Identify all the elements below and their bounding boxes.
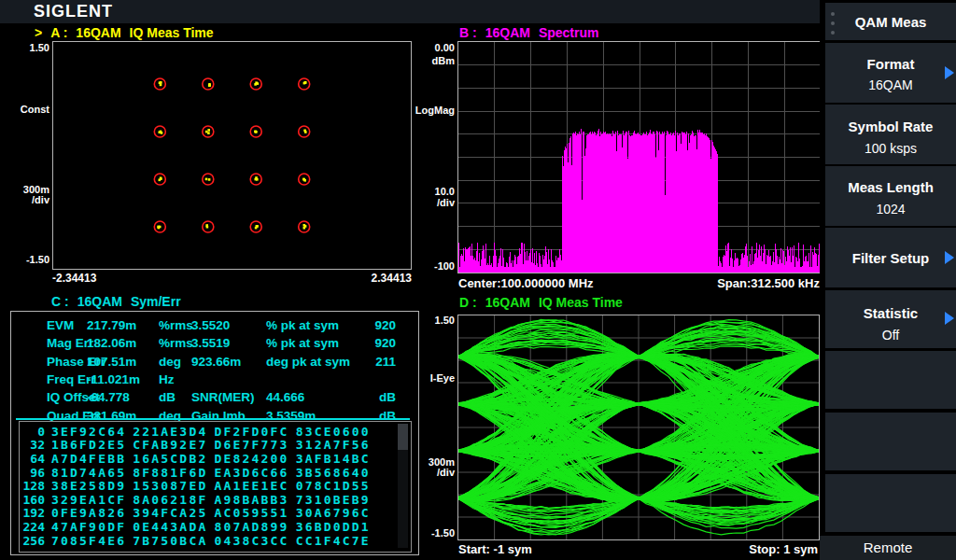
softkey-empty-1 <box>825 351 956 409</box>
softkey-symbol-rate[interactable]: Symbol Rate 100 ksps <box>825 105 956 164</box>
symbol-index: 32 <box>20 438 45 452</box>
window-a-header[interactable]: > A : 16QAM IQ Meas Time <box>35 25 214 40</box>
symbol-group: 30A6796C <box>296 506 371 520</box>
window-d-id: D : <box>459 295 477 310</box>
symbol-row: 03EF92C64221AE3D4DF2FD0FC83CE0600 <box>20 425 411 439</box>
symbol-group: AC059551 <box>214 506 288 520</box>
sym-err-panel: EVM217.79m%rms3.5520% pk at sym920Mag Er… <box>10 311 419 555</box>
measurement-cell: 3.5520 <box>191 317 230 333</box>
measurement-cell: deg <box>159 354 181 370</box>
eye-diagram-plot <box>457 315 820 540</box>
softkey-format[interactable]: Format 16QAM <box>825 43 956 103</box>
b-ref-level-label: 0.00 <box>404 43 455 53</box>
symbol-group: 078C1D55 <box>296 479 371 493</box>
softkey-meas-length[interactable]: Meas Length 1024 <box>825 166 956 226</box>
softkey-empty-2 <box>825 413 956 470</box>
measurement-cell: -64.778 <box>87 389 130 405</box>
constellation-plot <box>52 41 412 270</box>
symbol-group: 807AD899 <box>214 520 288 534</box>
window-a-title: IQ Meas Time <box>130 25 214 40</box>
submenu-arrow-icon <box>945 251 954 264</box>
a-y-min-label: -1.50 <box>0 255 49 265</box>
d-y-axis-label: I-Eye <box>404 373 455 384</box>
symbol-group: 16A5CDB2 <box>133 452 207 466</box>
softkey-statistic[interactable]: Statistic Off <box>825 290 956 348</box>
symbol-index: 160 <box>20 493 45 507</box>
analyzer-screen: SIGLENT > A : 16QAM IQ Meas Time 1.50 Co… <box>0 0 956 560</box>
table-divider <box>16 418 410 420</box>
symbol-group: 3AFB14BC <box>296 452 371 466</box>
symbol-group: 329EA1CF <box>51 493 126 507</box>
symbol-group: 7B750BCA <box>133 534 207 548</box>
softkey-menu-title[interactable]: QAM Meas <box>825 3 956 40</box>
symbol-group: DF2FD0FC <box>214 425 288 439</box>
d-y-div-unit: /div <box>404 468 455 478</box>
window-c-title: Sym/Err <box>131 294 181 309</box>
softkey-filter-setup[interactable]: Filter Setup <box>825 228 956 287</box>
window-c-header[interactable]: C : 16QAM Sym/Err <box>51 294 181 309</box>
b-span-label: Span:312.500 kHz <box>616 277 820 289</box>
symbol-group: A7D4FEBB <box>51 452 126 466</box>
remote-status: Remote <box>820 536 956 560</box>
symbol-group: 3EF92C64 <box>51 425 126 439</box>
symbol-group: 0438C3CC <box>214 534 288 548</box>
measurement-cell: 211 <box>329 354 396 370</box>
symbol-group: 7085F4E6 <box>51 534 126 548</box>
symbol-group: 0E443ADA <box>133 520 207 534</box>
b-scale-type-label: LogMag <box>404 105 455 116</box>
symbol-rows: 03EF92C64221AE3D4DF2FD0FC83CE0600321B6FD… <box>20 425 411 547</box>
symbol-index: 256 <box>20 534 45 548</box>
symbol-group: CFAB92E7 <box>133 438 207 452</box>
symbol-group: D6E7F773 <box>214 438 288 452</box>
measurement-cell: 44.666 <box>266 389 304 405</box>
symbol-group: 153087ED <box>133 479 207 493</box>
window-d-format: 16QAM <box>485 295 530 310</box>
symbol-row: 12838E258D9153087EDAA1EE1EC078C1D55 <box>20 479 411 493</box>
measurement-row: EVM217.79m%rms3.5520% pk at sym920 <box>11 317 418 335</box>
symbol-group: 1B6FD2E5 <box>51 438 126 452</box>
symbol-index: 96 <box>20 466 45 480</box>
active-window-marker: > <box>35 25 42 40</box>
measurement-cell: 3.5519 <box>191 335 230 351</box>
measurement-table: EVM217.79m%rms3.5520% pk at sym920Mag Er… <box>11 312 418 418</box>
symbol-group: 38E258D9 <box>51 479 126 493</box>
symbol-index: 192 <box>20 506 45 520</box>
measurement-cell: 920 <box>329 317 396 333</box>
measurement-cell: Hz <box>159 371 175 387</box>
d-y-min-label: -1.50 <box>404 528 455 539</box>
measurement-row: Mag Err182.06m%rms3.5519% pk at sym920 <box>11 335 418 353</box>
symbol-group: 83CE0600 <box>296 425 371 439</box>
measurement-cell: EVM <box>47 317 74 333</box>
a-y-axis-label: Const <box>0 105 49 115</box>
b-center-freq-label: Center:100.000000 MHz <box>458 277 594 289</box>
measurement-cell: %rms <box>159 335 193 351</box>
scrollbar-thumb[interactable] <box>398 424 408 450</box>
symbol-row: 2567085F4E67B750BCA0438C3CCCC1F4C7E <box>20 534 411 548</box>
measurement-cell: dB <box>159 389 176 405</box>
measurement-cell: 923.66m <box>191 354 241 370</box>
window-b-header[interactable]: B : 16QAM Spectrum <box>459 25 598 40</box>
symbol-table: 03EF92C64221AE3D4DF2FD0FC83CE0600321B6FD… <box>19 421 412 553</box>
symbol-group: EA3D6C66 <box>214 466 288 480</box>
symbol-group: 81D74A65 <box>51 466 126 480</box>
b-y-min-label: -100 <box>404 261 455 272</box>
b-ref-unit-label: dBm <box>404 56 455 66</box>
symbol-group: AA1EE1EC <box>214 479 288 493</box>
symbol-index: 128 <box>20 479 45 493</box>
top-bar: SIGLENT <box>0 0 820 23</box>
b-div-label: 10.0 <box>404 187 455 197</box>
d-start-label: Start: -1 sym <box>458 543 532 555</box>
measurement-row: Freq Err-11.021mHz <box>11 371 418 389</box>
measurement-cell: 217.79m <box>87 317 136 333</box>
softkey-menu: QAM Meas Format 16QAM Symbol Rate 100 ks… <box>820 0 956 560</box>
measurement-cell: SNR(MER) <box>191 389 255 405</box>
measurement-row: IQ Offset-64.778dBSNR(MER)44.666dB <box>11 389 418 407</box>
measurement-cell: 182.06m <box>87 335 136 351</box>
d-y-max-label: 1.50 <box>404 315 455 326</box>
a-x-max-label: 2.34413 <box>316 273 412 284</box>
window-d-header[interactable]: D : 16QAM IQ Meas Time <box>459 295 623 310</box>
a-y-max-label: 1.50 <box>0 43 49 53</box>
symbol-group: 8A06218F <box>133 493 207 507</box>
measurement-cell: 107.51m <box>87 354 136 370</box>
window-b-id: B : <box>459 25 477 40</box>
